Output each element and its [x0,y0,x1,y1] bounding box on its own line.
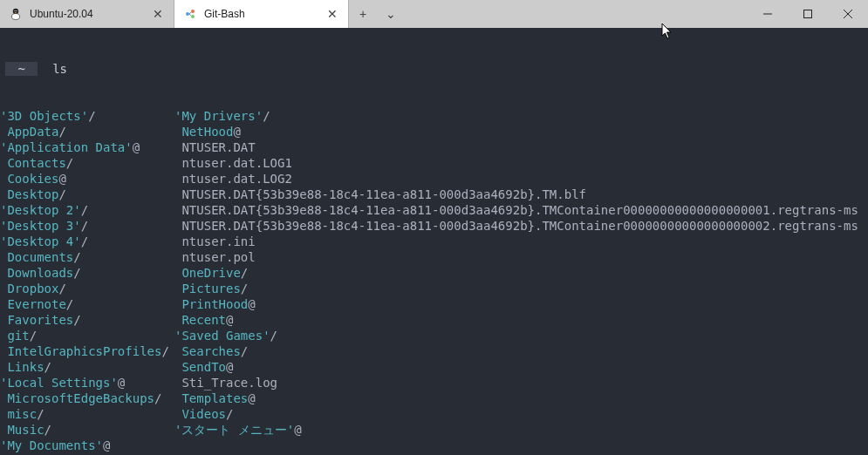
file-entry: 'Desktop 2' [0,203,81,217]
file-entry: PrintHood [174,297,248,311]
svg-point-3 [16,10,17,11]
file-suffix: / [241,344,248,358]
file-suffix: / [58,282,65,295]
file-suffix: / [58,125,65,139]
prompt-segment-path: ~ [5,62,38,76]
file-suffix: / [88,109,95,123]
file-entry: NetHood [174,125,233,139]
tab-title: Git-Bash [204,8,318,20]
minimize-button[interactable] [748,0,788,28]
close-window-button[interactable] [828,0,868,28]
file-suffix: @ [226,313,233,327]
file-entry: misc [0,407,37,421]
file-suffix: / [81,234,88,248]
tab-git-bash[interactable]: Git-Bash ✕ [174,0,349,28]
file-entry: Templates [174,391,248,405]
file-entry: Cookies [0,172,58,186]
output-line: Cookies@ ntuser.dat.LOG2 [0,171,868,187]
file-entry: NTUSER.DAT{53b39e88-18c4-11ea-a811-000d3… [174,203,858,217]
file-suffix: / [37,407,44,421]
svg-rect-4 [183,7,197,21]
file-entry: git [0,329,30,343]
output-line: git/'Saved Games'/ [0,328,868,343]
file-entry: OneDrive [174,266,241,280]
file-entry: Downloads [0,266,73,280]
tab-dropdown-button[interactable]: ⌄ [377,0,405,28]
tab-actions: + ⌄ [349,0,405,28]
file-suffix: @ [133,140,140,154]
file-suffix: / [81,203,88,217]
file-entry: NTUSER.DAT{53b39e88-18c4-11ea-a811-000d3… [174,187,586,201]
svg-point-1 [12,14,20,20]
file-suffix: / [73,250,80,264]
file-entry: ntuser.pol [174,250,256,264]
file-entry: Music [0,423,44,437]
output-line: 'My Documents'@ [0,438,868,453]
file-suffix: / [154,391,161,405]
file-entry: Sti_Trace.log [174,376,277,390]
output-line: Downloads/ OneDrive/ [0,265,868,281]
tab-ubuntu[interactable]: Ubuntu-20.04 ✕ [0,0,174,28]
file-entry: Searches [174,344,241,358]
file-suffix: / [73,313,80,327]
file-entry: Desktop [0,187,58,201]
tux-icon [9,7,23,21]
output-line: Music/'スタート メニュー'@ [0,422,868,438]
output-line: Favorites/ Recent@ [0,312,868,328]
file-entry: Contacts [0,156,66,170]
output-line: Dropbox/ Pictures/ [0,281,868,296]
file-entry: '3D Objects' [0,109,88,123]
maximize-button[interactable] [788,0,828,28]
svg-point-5 [186,12,189,16]
file-entry: 'Saved Games' [174,329,270,343]
file-suffix: / [66,297,73,311]
close-icon[interactable]: ✕ [151,7,165,21]
file-entry: 'My Drivers' [174,109,263,123]
new-tab-button[interactable]: + [349,0,377,28]
file-suffix: / [241,282,248,295]
prompt-line: ~ ls [0,61,868,77]
file-suffix: @ [58,172,65,186]
output-line: 'Local Settings'@ Sti_Trace.log [0,375,868,390]
output-line: 'Desktop 4'/ ntuser.ini [0,234,868,249]
close-icon[interactable]: ✕ [325,7,339,21]
titlebar-drag-area[interactable] [405,0,748,28]
output-line: Desktop/ NTUSER.DAT{53b39e88-18c4-11ea-a… [0,187,868,202]
file-entry: MicrosoftEdgeBackups [0,391,154,405]
file-suffix: @ [118,376,125,390]
file-suffix: / [58,187,65,201]
output-line: Links/ SendTo@ [0,359,868,375]
file-entry: IntelGraphicsProfiles [0,344,161,358]
file-entry: ntuser.ini [174,234,256,248]
file-entry: 'Local Settings' [0,376,118,390]
file-entry: Evernote [0,297,66,311]
file-entry: Links [0,360,44,374]
svg-point-6 [191,10,195,13]
svg-point-7 [191,15,195,18]
file-entry: Dropbox [0,282,58,295]
file-suffix: / [263,109,270,123]
file-suffix: / [66,156,73,170]
output-line: AppData/ NetHood@ [0,124,868,139]
file-entry: Documents [0,250,73,264]
file-entry: 'Application Data' [0,140,133,154]
file-suffix: / [226,407,233,421]
output-line: '3D Objects'/'My Drivers'/ [0,108,868,124]
output-line: 'Desktop 2'/ NTUSER.DAT{53b39e88-18c4-11… [0,202,868,218]
file-entry: Videos [174,407,226,421]
file-entry: 'スタート メニュー' [174,423,294,437]
terminal-pane[interactable]: ~ ls '3D Objects'/'My Drivers'/ AppData/… [0,28,868,455]
file-entry: 'Desktop 4' [0,234,81,248]
file-suffix: @ [248,297,255,311]
file-entry: Pictures [174,282,241,295]
command-text: ls [52,62,67,76]
file-suffix: / [30,329,37,343]
svg-point-2 [14,10,15,11]
file-suffix: @ [226,360,233,374]
file-entry: 'My Documents' [0,438,103,452]
file-entry: ntuser.dat.LOG1 [174,156,292,170]
output-line: IntelGraphicsProfiles/ Searches/ [0,343,868,359]
file-entry: Recent [174,313,226,327]
file-suffix: / [161,344,168,358]
output-line: 'Application Data'@ NTUSER.DAT [0,139,868,155]
